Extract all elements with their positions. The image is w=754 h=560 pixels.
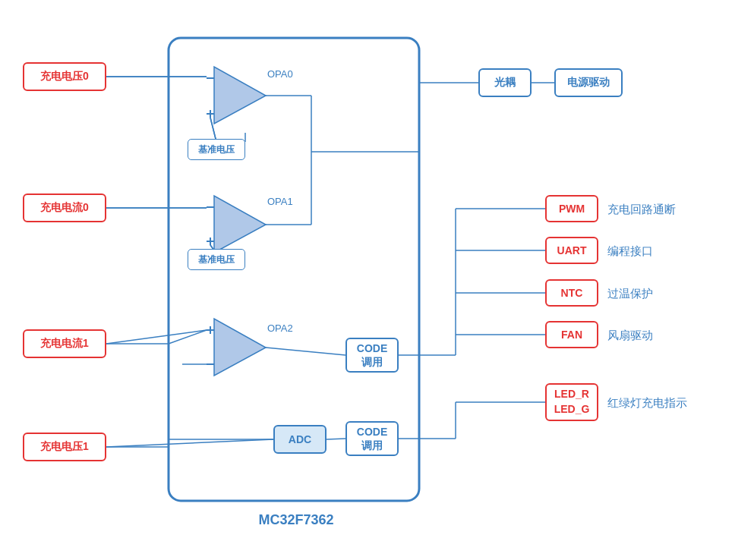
ntc-box: NTC [545, 279, 598, 307]
code-adj-1-box: CODE调用 [345, 338, 399, 373]
program-interface-label: 编程接口 [607, 244, 653, 259]
fan-drive-label: 风扇驱动 [607, 329, 653, 343]
code-adj-2-box: CODE调用 [345, 421, 399, 456]
optocoupler-box: 光耦 [478, 68, 532, 97]
opa2-label: OPA2 [267, 322, 293, 334]
svg-marker-9 [214, 319, 266, 376]
svg-line-22 [169, 330, 207, 344]
fan-box: FAN [545, 321, 598, 348]
svg-line-21 [106, 330, 207, 344]
opa0-label: OPA0 [267, 68, 293, 80]
diagram-container: 充电电压0 充电电流0 充电电流1 充电电压1 OPA0 OPA1 OPA2 基… [0, 0, 754, 560]
chip-label: MC32F7362 [235, 512, 357, 528]
svg-line-23 [106, 439, 273, 447]
charge-voltage-1-box: 充电电压1 [23, 433, 106, 461]
charge-current-0-box: 充电电流0 [23, 193, 106, 222]
ref-voltage-1-box: 基准电压 [188, 139, 245, 160]
charge-circuit-label: 充电回路通断 [607, 203, 676, 217]
svg-marker-5 [214, 196, 266, 253]
over-temp-label: 过温保护 [607, 287, 653, 301]
led-box: LED_RLED_G [545, 383, 598, 421]
power-driver-box: 电源驱动 [554, 68, 623, 97]
svg-line-39 [327, 439, 345, 439]
svg-line-32 [266, 348, 345, 355]
ref-voltage-2-box: 基准电压 [188, 249, 245, 270]
charge-voltage-0-box: 充电电压0 [23, 62, 106, 91]
uart-box: UART [545, 237, 598, 264]
svg-marker-1 [214, 67, 266, 124]
adc-box: ADC [273, 425, 327, 454]
diagram-svg [0, 0, 754, 560]
led-indicator-label: 红绿灯充电指示 [607, 396, 687, 411]
charge-current-1-box: 充电电流1 [23, 329, 106, 358]
pwm-box: PWM [545, 195, 598, 222]
opa1-label: OPA1 [267, 196, 293, 207]
